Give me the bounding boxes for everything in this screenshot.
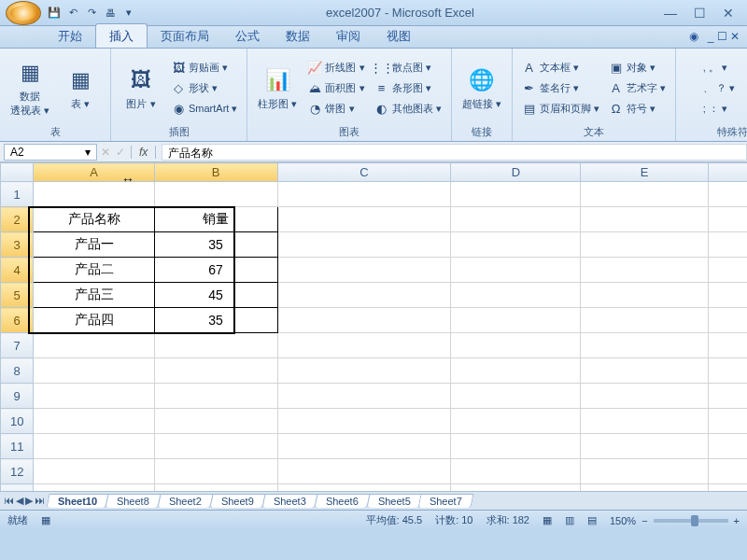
ribbon-btn-签名行[interactable]: ✒签名行 ▾ xyxy=(520,78,601,97)
col-header-D[interactable]: D xyxy=(451,163,581,182)
row-header-6[interactable]: 6 xyxy=(1,308,34,333)
ribbon-btn-条形图[interactable]: ≡条形图 ▾ xyxy=(373,78,444,97)
tab-插入[interactable]: 插入 xyxy=(95,23,148,48)
tab-开始[interactable]: 开始 xyxy=(45,24,95,48)
undo-icon[interactable]: ↶ xyxy=(65,6,80,21)
cell-B13[interactable] xyxy=(154,484,277,492)
name-box-dropdown-icon[interactable]: ▾ xyxy=(85,146,91,159)
cell-E10[interactable] xyxy=(581,409,708,434)
row-header-9[interactable]: 9 xyxy=(1,384,34,409)
cell-A10[interactable] xyxy=(34,409,154,434)
cell-E9[interactable] xyxy=(581,384,708,409)
ribbon-btn-图片[interactable]: 🖼图片 ▾ xyxy=(119,52,163,123)
cell-C2[interactable] xyxy=(277,207,451,232)
ribbon-btn-折线图[interactable]: 📈折线图 ▾ xyxy=(305,58,366,77)
cell-D9[interactable] xyxy=(451,384,581,409)
cell-F3[interactable] xyxy=(708,232,747,258)
cell-C4[interactable] xyxy=(277,258,451,283)
cell-C1[interactable] xyxy=(277,182,451,207)
row-header-13[interactable]: 13 xyxy=(1,484,34,492)
cell-C10[interactable] xyxy=(277,409,451,434)
sheet-tab-Sheet7[interactable]: Sheet7 xyxy=(418,494,474,508)
sheet-tab-Sheet6[interactable]: Sheet6 xyxy=(314,494,370,508)
cell-E6[interactable] xyxy=(581,308,708,333)
cell-A1[interactable] xyxy=(34,182,154,207)
zoom-slider[interactable] xyxy=(654,519,728,523)
last-sheet-icon[interactable]: ⏭ xyxy=(35,495,45,507)
cell-D6[interactable] xyxy=(451,308,581,333)
select-all-corner[interactable] xyxy=(1,163,34,182)
worksheet[interactable]: ABCDEF12产品名称销量3产品一354产品二675产品三456产品四3578… xyxy=(0,162,747,491)
row-header-3[interactable]: 3 xyxy=(1,232,34,258)
next-sheet-icon[interactable]: ▶ xyxy=(25,495,33,507)
minimize-button[interactable]: — xyxy=(664,6,677,21)
row-header-2[interactable]: 2 xyxy=(1,207,34,232)
office-button[interactable] xyxy=(6,1,41,25)
ribbon-btn-艺术字[interactable]: A艺术字 ▾ xyxy=(607,78,668,97)
cell-A4[interactable]: 产品二 xyxy=(34,258,154,283)
cell-D7[interactable] xyxy=(451,333,581,358)
cell-F9[interactable] xyxy=(708,384,747,409)
sheet-tab-Sheet8[interactable]: Sheet8 xyxy=(106,494,162,508)
cell-D5[interactable] xyxy=(451,283,581,308)
cell-D4[interactable] xyxy=(451,258,581,283)
cell-A6[interactable]: 产品四 xyxy=(34,308,154,333)
cell-D2[interactable] xyxy=(451,207,581,232)
cell-B8[interactable] xyxy=(154,358,277,384)
row-header-11[interactable]: 11 xyxy=(1,434,34,459)
col-header-B[interactable]: B xyxy=(154,163,277,182)
redo-icon[interactable]: ↷ xyxy=(84,6,99,21)
cell-A5[interactable]: 产品三 xyxy=(34,283,154,308)
row-header-7[interactable]: 7 xyxy=(1,333,34,358)
view-normal-icon[interactable]: ▦ xyxy=(543,514,552,526)
zoom-out-icon[interactable]: − xyxy=(641,515,647,526)
ribbon-btn-超链接[interactable]: 🌐超链接 ▾ xyxy=(459,52,504,123)
cell-A7[interactable] xyxy=(34,333,154,358)
cell-A13[interactable] xyxy=(34,484,154,492)
macro-icon[interactable]: ▦ xyxy=(41,514,50,526)
ribbon-btn-文本框[interactable]: A文本框 ▾ xyxy=(520,58,601,77)
tab-公式[interactable]: 公式 xyxy=(222,24,273,48)
cell-E8[interactable] xyxy=(581,358,708,384)
cell-B2[interactable]: 销量 xyxy=(154,207,277,232)
cell-C3[interactable] xyxy=(277,232,451,258)
zoom-control[interactable]: 150% − + xyxy=(610,515,740,526)
ribbon-btn-、 ？[interactable]: 、 ？ ▾ xyxy=(684,78,737,97)
tab-审阅[interactable]: 审阅 xyxy=(323,24,374,48)
cell-C7[interactable] xyxy=(277,333,451,358)
row-header-4[interactable]: 4 xyxy=(1,258,34,283)
cell-B4[interactable]: 67 xyxy=(154,258,277,283)
tab-页面布局[interactable]: 页面布局 xyxy=(148,24,222,48)
cell-B9[interactable] xyxy=(154,384,277,409)
cell-F13[interactable] xyxy=(708,484,747,492)
cell-C5[interactable] xyxy=(277,283,451,308)
view-pagebreak-icon[interactable]: ▤ xyxy=(587,514,597,526)
ribbon-btn-符号[interactable]: Ω符号 ▾ xyxy=(607,99,668,118)
cell-E5[interactable] xyxy=(581,283,708,308)
cell-D1[interactable] xyxy=(451,182,581,207)
row-header-12[interactable]: 12 xyxy=(1,459,34,484)
cell-D10[interactable] xyxy=(451,409,581,434)
qat-more-icon[interactable]: ▾ xyxy=(121,6,136,21)
cell-C13[interactable] xyxy=(277,484,451,492)
cell-F11[interactable] xyxy=(708,434,747,459)
ribbon-btn-数据
透视表[interactable]: ▦数据透视表 ▾ xyxy=(7,52,52,123)
col-header-A[interactable]: A xyxy=(34,163,154,182)
cell-E2[interactable] xyxy=(581,207,708,232)
cell-B5[interactable]: 45 xyxy=(154,283,277,308)
ribbon-btn-其他图表[interactable]: ◐其他图表 ▾ xyxy=(373,99,444,118)
cell-C8[interactable] xyxy=(277,358,451,384)
cell-E13[interactable] xyxy=(581,484,708,492)
col-header-F[interactable]: F xyxy=(708,163,747,182)
cell-F1[interactable] xyxy=(708,182,747,207)
cell-E1[interactable] xyxy=(581,182,708,207)
cell-F8[interactable] xyxy=(708,358,747,384)
row-header-8[interactable]: 8 xyxy=(1,358,34,384)
save-icon[interactable]: 💾 xyxy=(47,6,62,21)
prev-sheet-icon[interactable]: ◀ xyxy=(16,495,23,507)
cell-D12[interactable] xyxy=(451,459,581,484)
cell-C9[interactable] xyxy=(277,384,451,409)
sheet-tab-Sheet2[interactable]: Sheet2 xyxy=(157,494,213,508)
cell-D8[interactable] xyxy=(451,358,581,384)
cell-F2[interactable] xyxy=(708,207,747,232)
